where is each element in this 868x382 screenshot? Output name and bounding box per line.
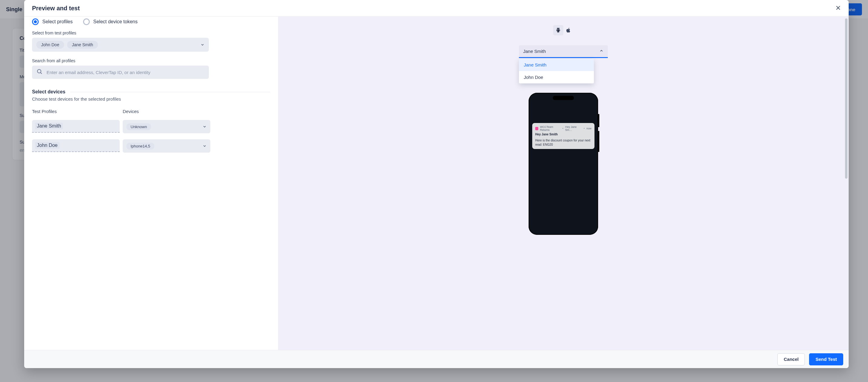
- modal-close-button[interactable]: ✕: [835, 5, 841, 11]
- device-select[interactable]: Iphone14,5: [123, 139, 210, 153]
- separator-dot: •: [584, 127, 585, 130]
- dropdown-item[interactable]: Jane Smith: [519, 59, 594, 71]
- modal-header: Preview and test ✕: [24, 0, 849, 17]
- test-profile-cell: Jane Smith: [32, 120, 120, 133]
- divider: [70, 92, 270, 92]
- notif-body: Here is the discount coupon for your nex…: [535, 138, 591, 147]
- select-devices-heading-text: Select devices: [32, 89, 65, 95]
- android-icon: [555, 27, 561, 33]
- tab-apple[interactable]: [563, 25, 574, 35]
- modal-footer: Cancel Send Test: [24, 350, 849, 368]
- column-header-devices: Devices: [123, 109, 210, 114]
- notif-title: Hey Jane Smith: [535, 133, 591, 136]
- preview-test-modal: Preview and test ✕ Select profiles Selec…: [24, 0, 849, 368]
- device-select[interactable]: Unknown: [123, 120, 210, 133]
- radio-select-profiles[interactable]: Select profiles: [32, 19, 73, 25]
- search-profiles-label: Search from all profiles: [32, 58, 270, 63]
- modal-title: Preview and test: [32, 5, 80, 12]
- svg-point-0: [37, 69, 41, 73]
- apple-icon: [566, 28, 571, 33]
- radio-select-tokens-label: Select device tokens: [93, 19, 138, 25]
- separator-dot: •: [562, 127, 563, 130]
- test-profile-name: Jane Smith: [35, 123, 63, 129]
- radio-dot-icon: [83, 19, 90, 25]
- test-profiles-multiselect[interactable]: John Doe Jane Smith: [32, 38, 209, 52]
- profile-chip[interactable]: John Doe: [36, 41, 64, 49]
- notif-app-name: WCCTeam Returns: [540, 125, 561, 131]
- phone-mockup: WCCTeam Returns • Hey Jane Sm… • now Hey…: [529, 93, 598, 235]
- phone-side-button: [598, 114, 599, 127]
- modal-overlay: Preview and test ✕ Select profiles Selec…: [0, 0, 868, 382]
- devices-grid: Test Profiles Devices Jane Smith Unknown…: [32, 109, 270, 153]
- select-devices-heading: Select devices: [32, 89, 270, 95]
- selection-mode-radios: Select profiles Select device tokens: [32, 19, 270, 25]
- test-profiles-label: Select from test profiles: [32, 31, 270, 35]
- search-icon: [36, 68, 43, 76]
- radio-select-profiles-label: Select profiles: [42, 19, 73, 25]
- os-tabs: [553, 25, 574, 35]
- cancel-button[interactable]: Cancel: [777, 353, 805, 365]
- preview-scrollbar[interactable]: [845, 19, 847, 179]
- select-devices-subtext: Choose test devices for the selected pro…: [32, 96, 270, 101]
- column-header-profiles: Test Profiles: [32, 109, 120, 114]
- search-input[interactable]: [46, 70, 205, 75]
- app-icon: [535, 127, 538, 130]
- modal-body: Select profiles Select device tokens Sel…: [24, 17, 849, 350]
- tab-android[interactable]: [553, 25, 563, 35]
- send-test-button[interactable]: Send Test: [809, 353, 843, 365]
- radio-select-tokens[interactable]: Select device tokens: [83, 19, 138, 25]
- chevron-down-icon: [200, 42, 205, 47]
- notif-time: now: [586, 127, 591, 130]
- preview-profile-selected: Jane Smith: [523, 49, 546, 54]
- chevron-down-icon: [203, 144, 207, 148]
- preview-profile-menu: Jane Smith John Doe: [519, 59, 594, 84]
- preview-profile-dropdown[interactable]: Jane Smith: [519, 45, 608, 58]
- search-profiles-box[interactable]: [32, 66, 209, 79]
- device-chip: Iphone14,5: [126, 142, 154, 150]
- profile-chip[interactable]: Jane Smith: [67, 41, 98, 49]
- modal-preview-pane: Jane Smith Jane Smith John Doe: [278, 17, 849, 350]
- notif-subject-abbrev: Hey Jane Sm…: [565, 125, 582, 131]
- phone-side-button: [598, 131, 599, 152]
- radio-dot-icon: [32, 19, 39, 25]
- modal-left-pane: Select profiles Select device tokens Sel…: [24, 17, 278, 350]
- push-notification-preview: WCCTeam Returns • Hey Jane Sm… • now Hey…: [532, 123, 594, 149]
- chevron-up-icon: [599, 49, 603, 54]
- svg-line-1: [40, 72, 42, 74]
- dropdown-item[interactable]: John Doe: [519, 71, 594, 84]
- test-profile-cell: John Doe: [32, 139, 120, 152]
- chevron-down-icon: [203, 125, 207, 129]
- device-chip: Unknown: [126, 123, 151, 130]
- test-profile-name: John Doe: [35, 142, 60, 149]
